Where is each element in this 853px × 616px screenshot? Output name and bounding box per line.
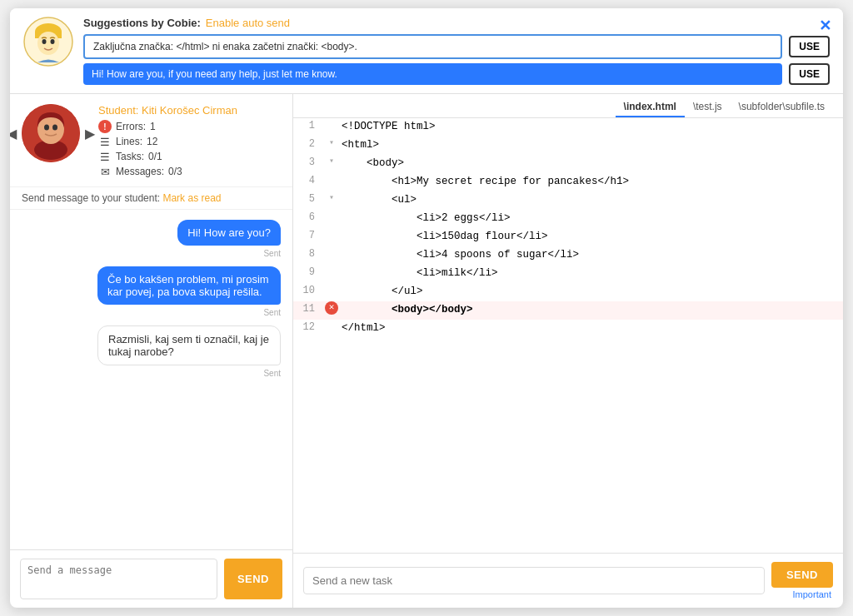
- messages-row: ✉ Messages: 0/3: [98, 165, 281, 178]
- lines-label: Lines:: [116, 136, 142, 147]
- code-line-1: 1 <!DOCTYPE html>: [293, 118, 843, 137]
- task-actions: SEND Important: [771, 562, 833, 599]
- fold-btn-2[interactable]: ▾: [323, 137, 340, 150]
- main-window: Suggestions by Cobie: Enable auto send Z…: [10, 8, 843, 608]
- code-line-12: 12 </html>: [293, 320, 843, 338]
- nav-next-button[interactable]: ▶: [85, 126, 95, 142]
- task-input-area: SEND Important: [293, 553, 843, 608]
- suggestion-text-1: Zaključna značka: </html> ni enaka začet…: [83, 34, 782, 59]
- close-button[interactable]: ✕: [819, 17, 831, 35]
- send-msg-label: Send message to your student:: [22, 192, 160, 204]
- student-meta: Student: Kiti Korošec Cirman ! Errors: 1…: [90, 104, 281, 180]
- messages-icon: ✉: [98, 165, 112, 178]
- svg-point-4: [42, 39, 47, 44]
- svg-point-10: [52, 125, 57, 131]
- code-editor[interactable]: 1 <!DOCTYPE html> 2 ▾ <html> 3 ▾ <body> …: [293, 118, 843, 553]
- student-name-label: Student: Kiti Korošec Cirman: [98, 104, 281, 117]
- sent-label-2: Sent: [263, 308, 281, 317]
- errors-row: ! Errors: 1: [98, 120, 281, 133]
- messages-value: 0/3: [168, 166, 182, 177]
- use-btn-2[interactable]: USE: [789, 63, 830, 85]
- tasks-row: ☰ Tasks: 0/1: [98, 150, 281, 163]
- code-line-5: 5 ▾ <ul>: [293, 191, 843, 210]
- svg-point-9: [44, 125, 49, 131]
- message-1: Hi! How are you?: [177, 220, 281, 246]
- student-info: ◀ ▶: [10, 94, 292, 187]
- sent-label-1: Sent: [263, 249, 281, 258]
- svg-point-5: [51, 39, 55, 44]
- student-name: Kiti Korošec Cirman: [142, 104, 237, 117]
- code-line-7: 7 <li>150dag flour</li>: [293, 228, 843, 246]
- code-line-8: 8 <li>4 spoons of sugar</li>: [293, 246, 843, 265]
- code-line-4: 4 <h1>My secret recipe for pancakes</h1>: [293, 173, 843, 191]
- tasks-icon: ☰: [98, 150, 112, 163]
- suggestion-text-2: Hi! How are you, if you need any help, j…: [83, 63, 782, 85]
- code-line-2: 2 ▾ <html>: [293, 137, 843, 155]
- left-panel: ◀ ▶: [10, 94, 293, 608]
- suggestion-rows: Zaključna značka: </html> ni enaka začet…: [83, 34, 830, 85]
- message-2: Če bo kakšen problem, mi prosim kar pove…: [97, 266, 281, 305]
- errors-value: 1: [150, 121, 156, 132]
- lines-icon: ☰: [98, 135, 112, 148]
- code-line-11: 11 ✕ <body></body>: [293, 301, 843, 320]
- suggestion-content: Suggestions by Cobie: Enable auto send Z…: [83, 17, 830, 85]
- chat-input-area: SEND: [10, 549, 292, 608]
- file-tab-test[interactable]: \test.js: [685, 97, 731, 117]
- suggestions-label: Suggestions by Cobie:: [83, 17, 201, 29]
- lines-value: 12: [147, 136, 157, 147]
- student-avatar: [22, 104, 80, 162]
- fold-btn-3[interactable]: ▾: [323, 155, 340, 168]
- suggestion-header: Suggestions by Cobie: Enable auto send: [83, 17, 830, 29]
- errors-label: Errors:: [116, 121, 146, 132]
- fold-btn-5[interactable]: ▾: [323, 191, 340, 205]
- right-panel: \index.html \test.js \subfolder\subfile.…: [293, 94, 843, 608]
- task-send-button[interactable]: SEND: [771, 562, 833, 588]
- code-line-9: 9 <li>milk</li>: [293, 265, 843, 283]
- tasks-label: Tasks:: [116, 151, 144, 162]
- file-tab-index[interactable]: \index.html: [616, 97, 685, 117]
- sent-label-3: Sent: [263, 369, 281, 378]
- send-message-button[interactable]: SEND: [224, 559, 282, 599]
- error-line-icon: ✕: [325, 301, 338, 315]
- auto-send-link[interactable]: Enable auto send: [206, 17, 290, 29]
- task-input[interactable]: [303, 567, 765, 594]
- error-icon: !: [98, 120, 112, 133]
- code-line-10: 10 </ul>: [293, 283, 843, 301]
- lines-row: ☰ Lines: 12: [98, 135, 281, 148]
- code-line-3: 3 ▾ <body>: [293, 155, 843, 173]
- task-important-link[interactable]: Important: [793, 589, 833, 599]
- cobie-avatar: [23, 17, 73, 67]
- file-tab-subfile[interactable]: \subfolder\subfile.ts: [731, 97, 833, 117]
- message-input[interactable]: [20, 559, 217, 599]
- nav-prev-button[interactable]: ◀: [10, 126, 17, 142]
- mark-as-read-link[interactable]: Mark as read: [162, 192, 221, 204]
- send-message-bar: Send message to your student: Mark as re…: [10, 187, 292, 210]
- suggestion-row-1: Zaključna značka: </html> ni enaka začet…: [83, 34, 830, 59]
- suggestion-row-2: Hi! How are you, if you need any help, j…: [83, 63, 830, 85]
- message-3: Razmisli, kaj sem ti označil, kaj je tuk…: [97, 325, 281, 365]
- file-tabs: \index.html \test.js \subfolder\subfile.…: [293, 94, 843, 118]
- tasks-value: 0/1: [148, 151, 162, 162]
- chat-messages: Hi! How are you? Sent Če bo kakšen probl…: [10, 210, 292, 549]
- use-btn-1[interactable]: USE: [789, 36, 830, 57]
- code-line-6: 6 <li>2 eggs</li>: [293, 210, 843, 228]
- content-area: ◀ ▶: [10, 94, 843, 608]
- svg-point-3: [37, 32, 59, 55]
- messages-label: Messages:: [116, 166, 164, 177]
- suggestion-bar: Suggestions by Cobie: Enable auto send Z…: [10, 8, 843, 94]
